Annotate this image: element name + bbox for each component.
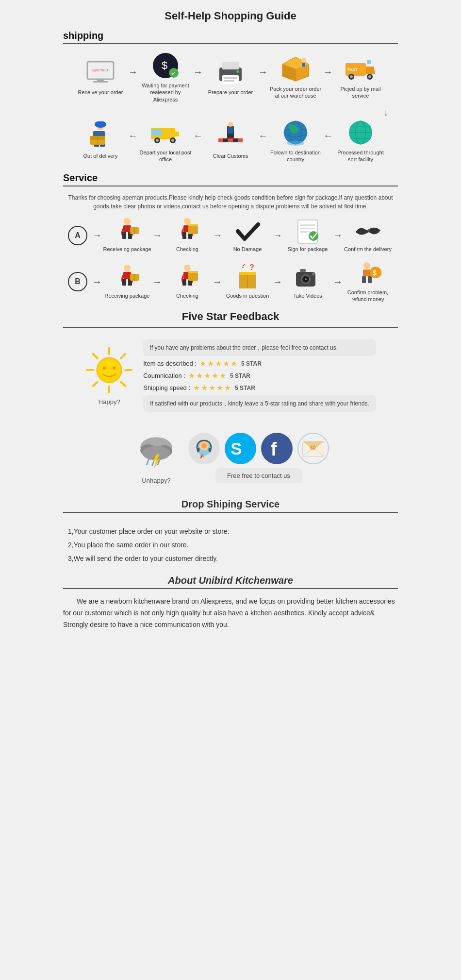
arrow-a4: → bbox=[333, 230, 343, 241]
receiving-label-a: Receiveing package bbox=[103, 246, 151, 253]
happy-group: Happy? bbox=[85, 346, 133, 406]
svg-line-115 bbox=[121, 354, 125, 358]
svg-text:FAST: FAST bbox=[347, 68, 358, 72]
svg-rect-63 bbox=[123, 225, 131, 232]
pickup-label: Picjed up by mail service bbox=[334, 85, 387, 100]
sort-label: Processed throught sort facility bbox=[334, 149, 387, 163]
svg-rect-44 bbox=[175, 132, 179, 136]
receiving-label-b: Receiving package bbox=[105, 292, 150, 299]
email-icon: @ bbox=[297, 433, 329, 464]
about-divider bbox=[63, 588, 398, 589]
svg-point-103 bbox=[363, 262, 370, 269]
svg-line-116 bbox=[93, 382, 98, 387]
arrow-b4: → bbox=[333, 276, 343, 287]
svg-rect-106 bbox=[368, 276, 372, 283]
refund-label: Confirm problem, refund money bbox=[344, 289, 392, 303]
receive-icon: apeman bbox=[83, 58, 117, 87]
svg-point-14 bbox=[236, 70, 239, 73]
arrow-a2: → bbox=[213, 230, 222, 241]
svg-point-79 bbox=[124, 265, 131, 271]
flow-item-depart: Depart your local post office bbox=[139, 118, 192, 163]
checking-icon-b bbox=[173, 264, 202, 291]
outdelivery-label: Out of delivery bbox=[83, 152, 118, 159]
destination-icon bbox=[279, 118, 313, 147]
described-rating: 5 STAR bbox=[241, 360, 262, 367]
svg-point-19 bbox=[301, 58, 306, 63]
svg-text:$: $ bbox=[162, 59, 167, 71]
flow-item-destination: Folown to destination country bbox=[269, 118, 322, 163]
svg-rect-80 bbox=[123, 272, 131, 279]
service-divider bbox=[63, 186, 398, 186]
confirmdelivery-icon bbox=[353, 218, 382, 244]
happy-label: Happy? bbox=[99, 398, 120, 406]
sort-icon bbox=[344, 118, 378, 147]
svg-point-27 bbox=[368, 75, 371, 78]
svg-marker-92 bbox=[239, 272, 256, 275]
svg-point-36 bbox=[95, 121, 106, 128]
arrow4: → bbox=[323, 67, 333, 78]
outdelivery-icon bbox=[83, 121, 117, 151]
svg-point-85 bbox=[184, 265, 191, 271]
svg-rect-52 bbox=[238, 138, 243, 142]
flow-item-prepare: Prepare your order bbox=[204, 58, 257, 96]
main-title: Self-Help Shopping Guide bbox=[63, 10, 398, 22]
drop-shipping-section: Drop Shiping Service 1,Your customer pla… bbox=[63, 499, 398, 565]
facebook-icon: f bbox=[261, 433, 293, 464]
svg-point-120 bbox=[113, 367, 116, 370]
flow-item-customs: Clear Customs bbox=[204, 121, 257, 159]
checking-label-a: Checking bbox=[176, 246, 198, 253]
svg-point-102 bbox=[312, 272, 315, 275]
drop-item-2: 2,You place the same order in our store. bbox=[68, 538, 398, 552]
drop-divider bbox=[63, 512, 398, 513]
arrow1: → bbox=[128, 67, 138, 78]
communication-rating: 5 STAR bbox=[230, 372, 250, 379]
svg-line-113 bbox=[93, 354, 98, 358]
drop-item-1: 1,Your customer place order on your webs… bbox=[68, 524, 398, 538]
svg-rect-50 bbox=[218, 138, 223, 142]
pickup-icon: FAST bbox=[344, 54, 378, 84]
shipping-label: Shipping speed : bbox=[143, 384, 190, 391]
feedback-section: Five Star Feedback bbox=[63, 310, 398, 489]
svg-text:?: ? bbox=[241, 264, 246, 270]
service-item-b2: Checking bbox=[163, 264, 212, 299]
checking-icon-a bbox=[173, 218, 202, 244]
about-text: We are a newborn kitchenware brand on Al… bbox=[63, 596, 398, 630]
refund-icon: $ bbox=[353, 261, 382, 287]
svg-point-56 bbox=[287, 141, 304, 146]
feedback-row-communication: Coumnication : ★★★★★ 5 STAR bbox=[143, 371, 376, 380]
nodamage-icon bbox=[233, 218, 262, 244]
drop-title: Drop Shiping Service bbox=[63, 499, 398, 510]
flow-item-pickup: FAST Picjed up by mail service bbox=[334, 54, 387, 100]
flow-item-outdelivery: Out of delivery bbox=[74, 121, 127, 159]
skype-icon: S bbox=[225, 433, 256, 464]
arrow3: → bbox=[258, 67, 268, 78]
nodamage-label: No Damage bbox=[233, 246, 262, 253]
customs-label: Clear Customs bbox=[213, 152, 248, 159]
svg-rect-12 bbox=[224, 77, 237, 79]
pack-icon bbox=[279, 54, 313, 84]
svg-line-125 bbox=[147, 458, 149, 465]
svg-rect-89 bbox=[188, 273, 198, 281]
feedback-row-shipping: Shipping speed : ★★★★★ 5 STAR bbox=[143, 383, 376, 392]
depart-icon bbox=[148, 118, 182, 147]
service-description: Thanks for choosing apeman products.Plea… bbox=[63, 193, 398, 211]
arrow7: ← bbox=[258, 130, 268, 141]
feedback-content: if you have any problems about the order… bbox=[143, 339, 376, 412]
receive-label: Receive your order bbox=[78, 89, 123, 96]
payment-icon: $ ✓ bbox=[148, 51, 182, 80]
svg-text:✓: ✓ bbox=[171, 70, 176, 77]
arrow-b3: → bbox=[273, 276, 282, 287]
video-label: Take Videos bbox=[293, 292, 322, 299]
service-item-a5: Confirm the delivery bbox=[344, 218, 392, 253]
svg-rect-77 bbox=[300, 231, 310, 233]
svg-rect-49 bbox=[228, 127, 233, 134]
arrow-a3: → bbox=[273, 230, 282, 241]
contact-right: S f @ bbox=[188, 433, 329, 483]
arrow-b2: → bbox=[213, 276, 222, 287]
service-row-a: A → bbox=[63, 218, 398, 253]
service-title: Service bbox=[63, 172, 398, 184]
sign-icon bbox=[293, 218, 322, 244]
svg-line-114 bbox=[121, 382, 125, 387]
svg-point-25 bbox=[350, 75, 353, 78]
service-item-b1: Receiving package bbox=[103, 264, 151, 299]
